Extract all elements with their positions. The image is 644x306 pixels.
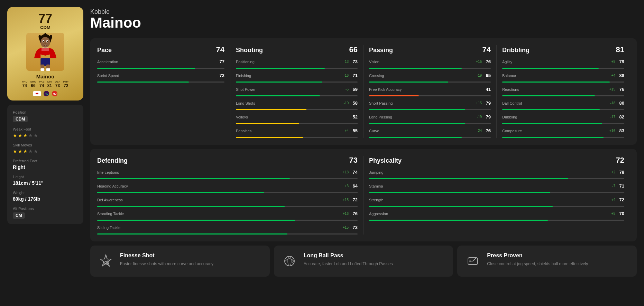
- shooting-header: Shooting 66: [236, 45, 358, 54]
- passing-header: Passing 74: [369, 45, 491, 54]
- pace-header: Pace 74: [97, 45, 224, 54]
- dribbling-category: Dribbling 81 Agility +5 79 Balance +4: [497, 45, 630, 138]
- def-awareness-value: 72: [351, 197, 358, 202]
- trait-press-content: Press Proven Close control at jog speed,…: [487, 252, 588, 267]
- reactions-name: Reactions: [502, 87, 605, 92]
- jumping-stat: Jumping +2 78: [369, 170, 624, 179]
- sprint-speed-name: Sprint Speed: [97, 74, 215, 78]
- positioning-value: 73: [351, 59, 358, 64]
- trait-finesse-name: Finesse Shot: [120, 252, 213, 259]
- crossing-value: 65: [484, 73, 491, 78]
- shot-power-bar: [236, 95, 320, 96]
- skill-moves-row: Skill Moves ★ ★ ★ ★ ★: [13, 143, 78, 154]
- heading-accuracy-mod: +3: [340, 184, 349, 188]
- height-row: Height 181cm / 5'11": [13, 175, 78, 186]
- aggression-bar: [369, 220, 548, 221]
- svg-point-9: [44, 42, 46, 44]
- finishing-value: 71: [351, 73, 358, 78]
- vision-mod: +15: [473, 60, 482, 64]
- def-awareness-stat: Def Awareness +15 72: [97, 197, 358, 207]
- alt-positions-row: Alt Positions CM: [13, 207, 78, 219]
- defending-value: 73: [349, 156, 358, 165]
- right-panel: Kobbie Mainoo Pace 74 Acceleration 77: [90, 7, 637, 277]
- trait-longball-content: Long Ball Pass Accurate, faster Lob and …: [304, 252, 393, 267]
- stamina-name: Stamina: [369, 184, 605, 188]
- short-passing-value: 79: [484, 101, 491, 106]
- card-stat-pac: PAC 74: [22, 80, 27, 88]
- positioning-bar: [236, 68, 325, 69]
- long-passing-name: Long Passing: [369, 115, 471, 119]
- def-awareness-bar: [97, 206, 285, 207]
- position-row: Position CDM: [13, 110, 78, 122]
- press-proven-icon: [464, 252, 481, 270]
- left-panel: 77 CDM: [7, 7, 83, 277]
- defending-category: Defending 73 Interceptions +18 74 Headin…: [97, 156, 364, 235]
- long-passing-value: 79: [484, 114, 491, 119]
- heading-accuracy-bar: [97, 192, 264, 193]
- sprint-speed-bar-bg: [97, 82, 224, 83]
- weight-row: Weight 80kg / 176lb: [13, 191, 78, 202]
- ball-control-mod: -18: [607, 101, 615, 105]
- passing-category: Passing 74 Vision +15 76 Crossing -19: [364, 45, 497, 138]
- finesse-shot-icon: [97, 252, 114, 270]
- svg-point-23: [469, 260, 471, 262]
- svg-point-19: [288, 256, 291, 266]
- short-passing-mod: +15: [473, 101, 482, 105]
- star-1: ★: [13, 133, 17, 138]
- traits-container: Finesse Shot Faster finesse shots with m…: [90, 246, 637, 277]
- curve-name: Curve: [369, 129, 471, 133]
- svg-point-7: [43, 41, 44, 42]
- trait-longball-name: Long Ball Pass: [304, 252, 393, 259]
- jumping-value: 78: [617, 170, 624, 175]
- shooting-category: Shooting 66 Positioning -13 73 Finishing…: [230, 45, 364, 138]
- long-passing-mod: -19: [473, 115, 482, 119]
- alt-position-badge: CM: [13, 212, 25, 219]
- pace-value: 74: [216, 45, 224, 54]
- penalties-stat: Penalties +4 55: [236, 128, 358, 138]
- reactions-stat: Reactions +15 76: [502, 87, 624, 96]
- preferred-foot-label: Preferred Foot: [13, 159, 78, 163]
- standing-tackle-name: Standing Tackle: [97, 212, 338, 216]
- preferred-foot-row: Preferred Foot Right: [13, 159, 78, 170]
- penalties-value: 55: [351, 128, 358, 133]
- reactions-mod: +15: [607, 87, 615, 91]
- standing-tackle-mod: +16: [340, 212, 349, 216]
- weak-foot-row: Weak Foot ★ ★ ★ ★ ★: [13, 127, 78, 138]
- standing-tackle-stat: Standing Tackle +16 76: [97, 211, 358, 221]
- composure-bar: [502, 137, 604, 138]
- card-stat-def: DEF 73: [55, 80, 60, 88]
- player-last-name: Mainoo: [90, 16, 637, 30]
- finishing-mod: -16: [340, 74, 349, 77]
- long-shots-name: Long Shots: [236, 101, 338, 105]
- positioning-mod: -13: [340, 60, 349, 64]
- card-stat-phy: PHY 72: [63, 80, 68, 88]
- aggression-value: 70: [617, 211, 624, 216]
- trait-press-name: Press Proven: [487, 252, 588, 259]
- skill-star-2: ★: [18, 149, 22, 154]
- agility-value: 79: [617, 59, 624, 64]
- position-badge: CDM: [13, 116, 28, 122]
- star-2: ★: [18, 133, 22, 138]
- alt-positions-label: Alt Positions: [13, 207, 78, 211]
- reactions-value: 76: [617, 87, 624, 92]
- shooting-value: 66: [349, 45, 358, 54]
- sprint-speed-bar: [97, 82, 189, 83]
- positioning-stat: Positioning -13 73: [236, 59, 358, 69]
- physicality-value: 72: [616, 156, 624, 165]
- sliding-tackle-value: 73: [351, 225, 358, 230]
- jumping-bar: [369, 178, 568, 179]
- pace-name: Pace: [97, 47, 112, 54]
- jumping-name: Jumping: [369, 170, 605, 174]
- dribbling-value: 81: [616, 45, 624, 54]
- dribbling-sub-stat: Dribbling -17 82: [502, 114, 624, 124]
- interceptions-bar: [97, 178, 290, 179]
- heading-accuracy-stat: Heading Accuracy +3 64: [97, 183, 358, 193]
- positioning-name: Positioning: [236, 60, 338, 64]
- trait-press-desc: Close control at jog speed, shields ball…: [487, 261, 588, 267]
- short-passing-bar: [369, 109, 465, 110]
- ball-control-name: Ball Control: [502, 101, 605, 105]
- dribbling-sub-name: Dribbling: [502, 115, 605, 119]
- stamina-value: 71: [617, 183, 624, 189]
- bottom-stats-container: Defending 73 Interceptions +18 74 Headin…: [90, 149, 637, 241]
- composure-mod: +16: [607, 129, 615, 133]
